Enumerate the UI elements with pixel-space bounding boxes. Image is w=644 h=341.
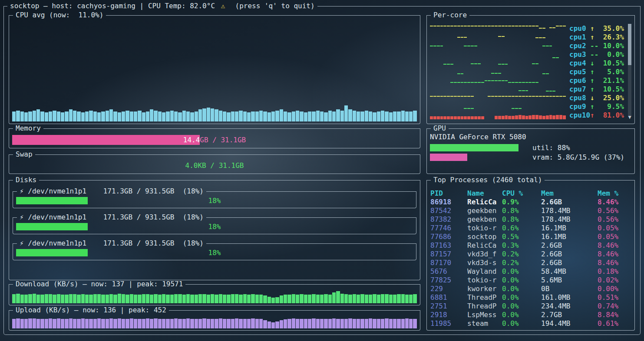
download-title: Download (KB/s) — now: 137 | peak: 19571 [13, 280, 185, 289]
process-cell-mem[interactable]: 161.0MB [541, 293, 598, 302]
process-cell-cpu[interactable]: 0.0% [502, 276, 541, 284]
process-cell-memp[interactable]: 8.84% [598, 311, 631, 319]
process-cell-memp[interactable]: 0.05% [598, 224, 631, 232]
history-bar [389, 295, 393, 303]
process-cell-mem[interactable]: 16.1MB [541, 224, 598, 232]
process-cell-cpu[interactable]: 0.2% [502, 259, 541, 267]
process-cell-mem[interactable]: 0B [541, 285, 598, 293]
process-cell-mem[interactable]: 194.4MB [541, 319, 598, 328]
process-cell-cpu[interactable]: 0.0% [502, 293, 541, 302]
history-bar [304, 295, 307, 303]
process-cell-cpu[interactable]: 0.2% [502, 250, 541, 258]
history-bar [40, 295, 44, 303]
scrollbar-thumb[interactable] [628, 24, 631, 65]
history-bar [251, 294, 254, 303]
scrollbar-track[interactable] [628, 24, 631, 116]
history-bar [263, 320, 267, 328]
history-bar [393, 295, 396, 303]
process-cell-pid[interactable]: 87542 [430, 207, 467, 215]
process-cell-mem[interactable]: 58.4MB [541, 267, 598, 275]
history-bar [182, 111, 186, 121]
history-bar [320, 295, 324, 303]
process-cell-mem[interactable]: 178.4MB [541, 207, 598, 215]
history-bar [93, 111, 97, 121]
process-cell-mem[interactable]: 5.6MB [541, 276, 598, 284]
process-cell-name[interactable]: RelicCa [467, 198, 502, 206]
process-cell-pid[interactable]: 87157 [430, 250, 467, 258]
process-cell-memp[interactable]: 8.46% [598, 259, 631, 267]
process-cell-cpu[interactable]: 0.8% [502, 207, 541, 215]
process-cell-name[interactable]: LspMess [467, 311, 502, 319]
history-bar [170, 319, 174, 328]
process-cell-memp[interactable]: 0.02% [598, 276, 631, 284]
process-cell-cpu[interactable]: 0.6% [502, 224, 541, 232]
process-cell-memp[interactable]: 0.61% [598, 319, 631, 328]
process-cell-memp[interactable]: 0.56% [598, 207, 631, 215]
process-cell-mem[interactable]: 2.6GB [541, 198, 598, 206]
process-cell-memp[interactable]: 0.74% [598, 302, 631, 310]
process-cell-pid[interactable]: 2918 [430, 311, 467, 319]
process-cell-name[interactable]: vkd3d-s [467, 259, 502, 267]
process-cell-mem[interactable]: 2.6GB [541, 250, 598, 258]
scroll-down-icon[interactable]: ▼ [627, 114, 632, 120]
trend-arrow-icon: ↑ [590, 111, 599, 119]
history-bar [413, 111, 416, 121]
process-cell-memp[interactable]: 0.56% [598, 215, 631, 223]
process-cell-mem[interactable]: 2.6GB [541, 241, 598, 249]
process-cell-pid[interactable]: 11985 [430, 319, 467, 328]
process-cell-cpu[interactable]: 0.0% [502, 267, 541, 275]
process-cell-mem[interactable]: 2.7GB [541, 311, 598, 319]
process-cell-mem[interactable]: 178.4MB [541, 215, 598, 223]
history-bar [397, 294, 400, 303]
process-cell-cpu[interactable]: 0.0% [502, 285, 541, 293]
process-cell-pid[interactable]: 87163 [430, 241, 467, 249]
process-cell-mem[interactable]: 2.6GB [541, 259, 598, 267]
process-cell-name[interactable]: steam [467, 319, 502, 328]
process-cell-pid[interactable]: 77746 [430, 224, 467, 232]
history-bar [239, 295, 242, 303]
process-cell-pid[interactable]: 86918 [430, 198, 467, 206]
process-cell-cpu[interactable]: 0.0% [502, 319, 541, 328]
process-cell-cpu[interactable]: 0.9% [502, 198, 541, 206]
process-cell-name[interactable]: RelicCa [467, 241, 502, 249]
process-cell-cpu[interactable]: 0.0% [502, 311, 541, 319]
process-cell-pid[interactable]: 87170 [430, 259, 467, 267]
process-cell-memp[interactable]: 0.18% [598, 267, 631, 275]
core-row: cpu7↑ 10.5% [430, 85, 623, 93]
process-cell-cpu[interactable]: 0.8% [502, 215, 541, 223]
process-cell-pid[interactable]: 87382 [430, 215, 467, 223]
process-cell-cpu[interactable]: 0.3% [502, 241, 541, 249]
process-cell-pid[interactable]: 77686 [430, 233, 467, 241]
process-cell-memp[interactable]: 8.46% [598, 250, 631, 258]
process-cell-memp[interactable]: 0.05% [598, 233, 631, 241]
process-cell-memp[interactable]: 0.00% [598, 285, 631, 293]
process-cell-mem[interactable]: 16.1MB [541, 233, 598, 241]
process-cell-mem[interactable]: 234.4MB [541, 302, 598, 310]
history-bar [365, 295, 368, 303]
process-cell-pid[interactable]: 5676 [430, 267, 467, 275]
process-cell-name[interactable]: geekben [467, 215, 502, 223]
cpu-avg-chart [12, 21, 417, 121]
process-cell-cpu[interactable]: 0.5% [502, 233, 541, 241]
history-bar [182, 295, 186, 303]
process-cell-pid[interactable]: 2751 [430, 302, 467, 310]
process-cell-name[interactable]: Wayland [467, 267, 502, 275]
process-cell-name[interactable]: ThreadP [467, 293, 502, 302]
process-cell-pid[interactable]: 229 [430, 285, 467, 293]
process-cell-memp[interactable]: 8.46% [598, 241, 631, 249]
process-cell-cpu[interactable]: 0.0% [502, 302, 541, 310]
process-cell-memp[interactable]: 0.51% [598, 293, 631, 302]
process-cell-name[interactable]: tokio-r [467, 276, 502, 284]
process-cell-name[interactable]: ThreadP [467, 302, 502, 310]
process-cell-name[interactable]: vkd3d_f [467, 250, 502, 258]
process-cell-name[interactable]: tokio-r [467, 224, 502, 232]
process-cell-name[interactable]: geekben [467, 207, 502, 215]
process-cell-memp[interactable]: 8.46% [598, 198, 631, 206]
history-bar [381, 294, 384, 303]
process-cell-pid[interactable]: 77825 [430, 276, 467, 284]
process-cell-name[interactable]: socktop [467, 233, 502, 241]
process-cell-name[interactable]: kworker [467, 285, 502, 293]
per-core-list: cpu0↑ 35.0%cpu1↑ 26.3%cpu2-- 10.0%cpu3--… [430, 24, 623, 119]
process-cell-pid[interactable]: 6881 [430, 293, 467, 302]
history-bar [20, 295, 24, 303]
